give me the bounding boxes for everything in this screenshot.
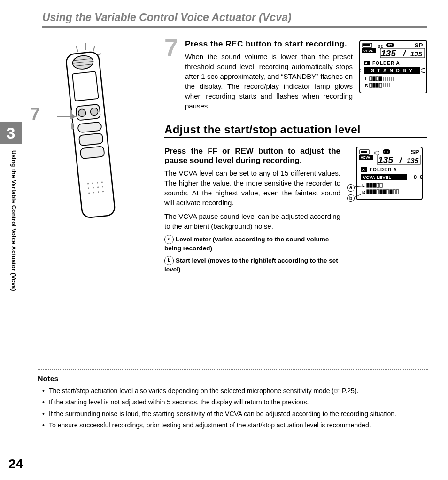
svg-rect-10	[72, 71, 99, 101]
step7-head-post: button to start recording.	[243, 39, 347, 48]
svg-point-13	[90, 108, 99, 116]
svg-line-2	[93, 46, 95, 52]
note-item: The start/stop actuation level also vari…	[44, 386, 428, 395]
svg-rect-69	[376, 83, 378, 87]
svg-text:((  )): (( ))	[378, 44, 383, 48]
svg-text:135: 135	[378, 155, 393, 165]
notes-section: Notes The start/stop actuation level als…	[38, 369, 428, 432]
svg-text:VCVA: VCVA	[363, 49, 373, 53]
svg-text:ST: ST	[384, 150, 389, 154]
adjust-body-1: The VCVA level can be set to any of 15 d…	[164, 168, 340, 208]
svg-rect-60	[379, 77, 382, 81]
rec-button-label: REC	[225, 39, 243, 48]
svg-rect-58	[373, 77, 375, 81]
svg-rect-108	[383, 190, 386, 194]
svg-rect-16	[80, 146, 105, 159]
svg-text:SP: SP	[415, 42, 423, 49]
svg-text:A: A	[362, 168, 365, 172]
svg-rect-99	[370, 183, 372, 187]
svg-rect-35	[363, 44, 370, 46]
svg-text:135: 135	[381, 48, 396, 58]
page-number: 24	[8, 457, 23, 472]
legend-a-text: Level meter (varies according to the sou…	[164, 236, 329, 252]
svg-text:VCVA LEVEL: VCVA LEVEL	[363, 175, 392, 180]
section-title: Using the Variable Control Voice Actuato…	[42, 11, 291, 24]
svg-rect-110	[390, 190, 392, 194]
notes-title: Notes	[38, 375, 428, 383]
svg-text:135: 135	[407, 156, 419, 164]
subsection-title: Adjust the start/stop actuation level	[164, 123, 427, 136]
svg-rect-68	[373, 83, 375, 87]
step-number-7: 7	[164, 39, 178, 111]
step-callout-7: 7	[30, 104, 40, 124]
svg-rect-15	[79, 133, 103, 146]
notes-divider	[38, 369, 428, 370]
svg-text:L: L	[365, 77, 368, 81]
step7-head-pre: Press the	[185, 39, 225, 48]
svg-text:FOLDER  A: FOLDER A	[372, 61, 400, 66]
svg-rect-100	[373, 183, 376, 187]
lcd-screenshot-standby: (( )) ST SP VCVA 135 / 135 A FOLDER A S …	[359, 39, 427, 96]
svg-rect-77	[361, 151, 367, 153]
note-item: If the starting level is not adjusted wi…	[44, 397, 428, 407]
legend-b-badge: b	[164, 256, 174, 265]
rew-button-label: REW	[235, 147, 254, 155]
ff-button-label: FF	[208, 147, 217, 155]
note-item: If the surrounding noise is loud, the st…	[44, 409, 428, 418]
adjust-heading: Press the FF or REW button to adjust the…	[164, 147, 340, 165]
svg-point-12	[78, 109, 86, 117]
svg-text:FOLDER  A: FOLDER A	[370, 167, 397, 172]
svg-line-0	[76, 46, 78, 52]
step7-heading: Press the REC button to start recording.	[185, 39, 353, 49]
adjust-body-2: The VCVA pause sound level can be adjust…	[164, 211, 340, 231]
title-rule	[42, 26, 427, 28]
adjust-head-pre: Press the	[164, 147, 208, 155]
notes-list: The start/stop actuation level also vari…	[38, 386, 428, 430]
step7-body: When the sound volume is lower than the …	[185, 52, 353, 111]
legend-b: bStart level (moves to the right/left ac…	[164, 256, 340, 274]
lcd2-callout-b: b	[347, 194, 355, 202]
svg-text:SP: SP	[411, 148, 419, 155]
svg-rect-107	[380, 190, 382, 194]
svg-text:((  )): (( ))	[374, 151, 379, 155]
svg-text:135: 135	[410, 50, 423, 58]
svg-text:VCVA: VCVA	[361, 155, 371, 160]
subsection-rule	[164, 137, 427, 138]
lcd-screenshot-level: (( )) ST SP VCVA 135 / 135 A FOLDER A VC…	[348, 147, 423, 205]
svg-text:L: L	[362, 183, 365, 188]
chapter-tab: 3	[0, 122, 22, 144]
device-illustration	[57, 42, 123, 230]
legend-b-text: Start level (moves to the right/left acc…	[164, 256, 338, 272]
svg-rect-104	[370, 190, 372, 194]
note-item: To ensure successful recordings, prior t…	[44, 420, 428, 430]
svg-rect-98	[367, 183, 369, 187]
svg-text:0 8: 0 8	[414, 174, 423, 180]
lcd2-callout-a: a	[347, 184, 355, 192]
side-label: Using the Variable Control Voice Actuato…	[8, 150, 17, 348]
svg-text:A: A	[365, 61, 368, 65]
svg-rect-103	[367, 190, 369, 194]
svg-text:ST: ST	[388, 44, 393, 47]
legend-a: aLevel meter (varies according to the so…	[164, 235, 340, 253]
svg-text:S T A N D B Y: S T A N D B Y	[371, 68, 413, 73]
adjust-head-mid: or	[217, 147, 235, 155]
svg-rect-105	[373, 190, 376, 194]
svg-text:R: R	[365, 83, 368, 88]
legend-a-badge: a	[164, 235, 174, 244]
